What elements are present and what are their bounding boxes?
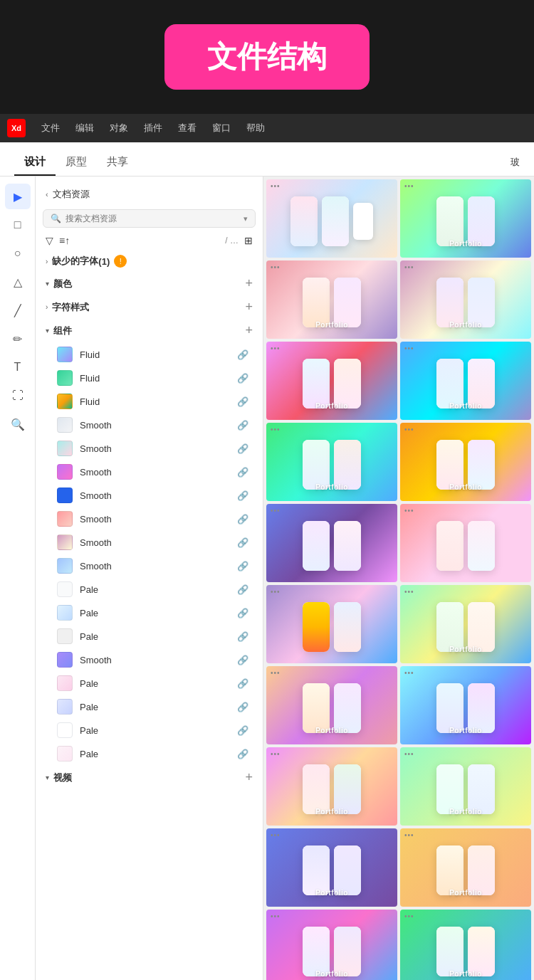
menu-edit[interactable]: 编辑 — [68, 119, 101, 137]
component-link-icon[interactable]: 🔗 — [237, 561, 248, 571]
section-char-styles[interactable]: › 字符样式 + — [36, 295, 263, 319]
component-link-icon[interactable]: 🔗 — [237, 678, 248, 689]
component-link-icon[interactable]: 🔗 — [237, 702, 248, 712]
component-item[interactable]: Pale 🔗 — [40, 625, 258, 648]
component-swatch — [57, 558, 73, 574]
component-link-icon[interactable]: 🔗 — [237, 608, 248, 618]
tool-text[interactable]: T — [5, 354, 31, 380]
component-item[interactable]: Pale 🔗 — [40, 601, 258, 624]
tool-triangle[interactable]: △ — [5, 269, 31, 295]
component-link-icon[interactable]: 🔗 — [237, 443, 248, 454]
grid-cell[interactable]: ••• Portfolio — [400, 666, 531, 744]
tab-design[interactable]: 设计 — [14, 148, 56, 176]
component-link-icon[interactable]: 🔗 — [237, 420, 248, 431]
component-item[interactable]: Smooth 🔗 — [40, 507, 258, 530]
grid-cell[interactable]: ••• Portfolio — [266, 828, 397, 907]
tool-line[interactable]: ╱ — [5, 297, 31, 323]
search-input[interactable] — [66, 214, 241, 223]
tab-share[interactable]: 共享 — [97, 148, 138, 176]
component-item[interactable]: Smooth 🔗 — [40, 413, 258, 436]
tool-ellipse[interactable]: ○ — [5, 241, 31, 266]
tool-search[interactable]: 🔍 — [5, 411, 31, 437]
grid-cell[interactable]: ••• — [400, 504, 531, 582]
search-bar[interactable]: 🔍 ▾ — [43, 209, 256, 228]
section-colors[interactable]: ▾ 颜色 + — [36, 272, 263, 295]
menu-window[interactable]: 窗口 — [205, 119, 238, 137]
grid-cell[interactable]: ••• Portfolio — [266, 423, 397, 501]
component-link-icon[interactable]: 🔗 — [237, 749, 248, 759]
component-link-icon[interactable]: 🔗 — [237, 396, 248, 407]
component-link-icon[interactable]: 🔗 — [237, 725, 248, 736]
section-missing-fonts[interactable]: › 缺少的字体 (1) ! — [36, 251, 263, 272]
grid-cell[interactable]: ••• Portfolio — [266, 260, 397, 339]
component-item[interactable]: Fluid 🔗 — [40, 390, 258, 413]
colors-label: 颜色 — [53, 278, 72, 290]
component-link-icon[interactable]: 🔗 — [237, 373, 248, 384]
search-chevron[interactable]: ▾ — [244, 214, 248, 223]
mock-phone — [468, 278, 495, 327]
component-item[interactable]: Pale 🔗 — [40, 719, 258, 742]
grid-cell[interactable]: ••• Portfolio — [400, 747, 531, 826]
component-link-icon[interactable]: 🔗 — [237, 584, 248, 595]
component-link-icon[interactable]: 🔗 — [237, 514, 248, 525]
grid-cell[interactable]: ••• — [266, 585, 397, 663]
component-link-icon[interactable]: 🔗 — [237, 631, 248, 642]
tool-select[interactable]: ▶ — [5, 184, 31, 209]
grid-cell[interactable]: ••• Portfolio — [400, 260, 531, 339]
video-add-button[interactable]: + — [245, 770, 253, 785]
grid-cell[interactable]: ••• Portfolio — [400, 179, 531, 258]
char-styles-add-button[interactable]: + — [245, 300, 253, 315]
filter-icon[interactable]: ▽ — [46, 235, 53, 246]
menu-view[interactable]: 查看 — [171, 119, 204, 137]
component-link-icon[interactable]: 🔗 — [237, 467, 248, 478]
component-item[interactable]: Pale 🔗 — [40, 578, 258, 601]
component-link-icon[interactable]: 🔗 — [237, 349, 248, 360]
grid-cell[interactable]: ••• Portfolio — [400, 342, 531, 420]
components-add-button[interactable]: + — [245, 323, 253, 338]
section-components[interactable]: ▾ 组件 + — [36, 319, 263, 342]
component-item[interactable]: Fluid 🔗 — [40, 343, 258, 366]
panel-back-arrow[interactable]: ‹ — [46, 190, 48, 199]
menu-object[interactable]: 对象 — [103, 119, 135, 137]
grid-cell[interactable]: ••• Portfolio — [400, 585, 531, 663]
grid-cell[interactable]: ••• Portfolio — [266, 910, 397, 980]
grid-row: ••• Portfolio ••• Portfolio — [263, 260, 534, 339]
menu-file[interactable]: 文件 — [34, 119, 67, 137]
grid-cell[interactable]: ••• Portfolio — [266, 747, 397, 826]
grid-cell[interactable]: ••• Portfolio — [400, 423, 531, 501]
component-item[interactable]: Pale 🔗 — [40, 695, 258, 718]
grid-cell[interactable]: ••• — [266, 504, 397, 582]
tool-pen[interactable]: ✏ — [5, 326, 31, 352]
colors-add-button[interactable]: + — [245, 276, 253, 291]
mock-phone — [436, 440, 464, 490]
grid-view-icon[interactable]: ⊞ — [244, 235, 253, 246]
grid-cell[interactable]: ••• — [266, 179, 397, 258]
component-item[interactable]: Fluid 🔗 — [40, 367, 258, 389]
tab-prototype[interactable]: 原型 — [56, 148, 97, 176]
list-view-icon[interactable]: / … — [225, 236, 239, 246]
tool-component[interactable]: ⛶ — [5, 383, 31, 409]
hero-title-button[interactable]: 文件结构 — [164, 24, 370, 90]
component-item[interactable]: Smooth 🔗 — [40, 554, 258, 577]
component-link-icon[interactable]: 🔗 — [237, 490, 248, 501]
component-item[interactable]: Smooth 🔗 — [40, 484, 258, 507]
component-link-icon[interactable]: 🔗 — [237, 537, 248, 548]
menu-plugin[interactable]: 插件 — [137, 119, 169, 137]
menu-help[interactable]: 帮助 — [239, 119, 272, 137]
grid-cell[interactable]: ••• Portfolio — [266, 666, 397, 744]
grid-cell[interactable]: ••• Portfolio — [400, 910, 531, 980]
component-link-icon[interactable]: 🔗 — [237, 655, 248, 665]
component-item[interactable]: Pale 🔗 — [40, 742, 258, 765]
component-item[interactable]: Smooth 🔗 — [40, 531, 258, 554]
component-item[interactable]: Smooth 🔗 — [40, 648, 258, 671]
grid-cell[interactable]: ••• Portfolio — [266, 342, 397, 420]
component-item[interactable]: Pale 🔗 — [40, 672, 258, 695]
tool-rectangle[interactable]: □ — [5, 212, 31, 238]
component-item[interactable]: Smooth 🔗 — [40, 437, 258, 460]
component-item[interactable]: Smooth 🔗 — [40, 460, 258, 483]
mock-phone — [334, 927, 361, 976]
sort-icon[interactable]: ≡↑ — [59, 235, 70, 246]
grid-cell[interactable]: ••• Portfolio — [400, 828, 531, 907]
component-name: Fluid — [80, 396, 237, 407]
section-video[interactable]: ▾ 视频 + — [36, 766, 263, 789]
